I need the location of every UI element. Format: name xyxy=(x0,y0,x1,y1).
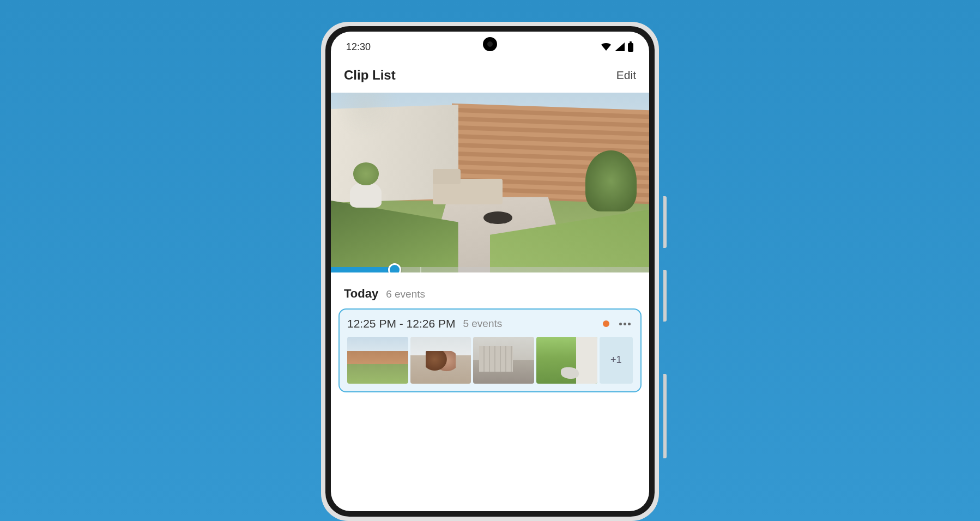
phone-side-button xyxy=(663,374,667,458)
clip-thumbnail[interactable] xyxy=(410,337,471,384)
phone-side-button xyxy=(663,196,667,248)
scrubber-handle[interactable] xyxy=(388,263,401,272)
app-header: Clip List Edit xyxy=(331,59,649,93)
event-card[interactable]: 12:25 PM - 12:26 PM 5 events +1 xyxy=(338,308,642,392)
phone-frame: 12:30 Clip List Edit xyxy=(321,22,659,521)
video-scrubber-track[interactable] xyxy=(331,267,649,272)
event-count: 5 events xyxy=(463,318,595,330)
edit-button[interactable]: Edit xyxy=(616,69,636,82)
clip-thumbnail[interactable] xyxy=(347,337,408,384)
section-header: Today 6 events xyxy=(331,272,649,308)
clip-thumbnail[interactable] xyxy=(536,337,597,384)
phone-screen: 12:30 Clip List Edit xyxy=(331,32,649,511)
clip-thumbnail[interactable] xyxy=(473,337,534,384)
battery-icon xyxy=(627,41,634,52)
signal-icon xyxy=(614,42,625,52)
more-options-button[interactable] xyxy=(617,320,633,328)
svg-rect-1 xyxy=(630,41,632,43)
svg-rect-0 xyxy=(628,43,633,52)
wifi-icon xyxy=(600,42,612,52)
section-title: Today xyxy=(344,287,378,301)
page-title: Clip List xyxy=(344,68,396,83)
section-count: 6 events xyxy=(386,288,425,300)
camera-feed-image xyxy=(331,93,649,272)
thumbnail-row: +1 xyxy=(347,337,633,384)
more-thumbnails-button[interactable]: +1 xyxy=(600,337,633,384)
scrubber-progress xyxy=(331,267,395,272)
status-dot-icon xyxy=(603,320,609,327)
phone-side-button xyxy=(663,270,667,322)
event-time-range: 12:25 PM - 12:26 PM xyxy=(347,317,455,330)
video-preview[interactable] xyxy=(331,93,649,272)
status-bar: 12:30 xyxy=(331,32,649,59)
camera-notch xyxy=(483,37,497,51)
status-time: 12:30 xyxy=(346,41,371,53)
